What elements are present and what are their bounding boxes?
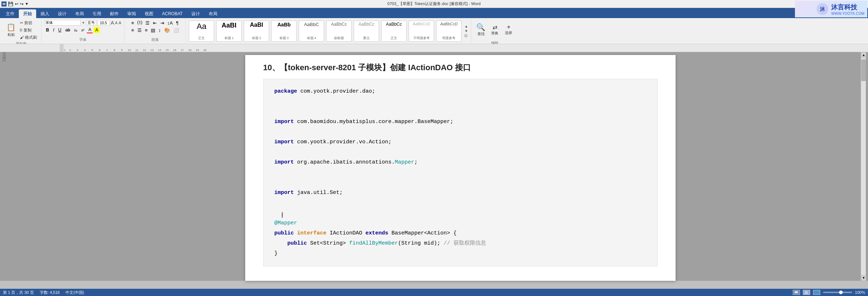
page-view-button[interactable]: ▤ xyxy=(803,290,810,295)
find-button[interactable]: 🔍 查找 xyxy=(474,20,488,40)
zoom-thumb[interactable] xyxy=(839,291,843,294)
zoom-level[interactable]: 100% xyxy=(855,290,865,295)
style-ref2[interactable]: AaBbCcD 明显参考 xyxy=(436,21,461,42)
quick-undo-icon[interactable]: ↩ xyxy=(15,1,18,7)
show-marks-button[interactable]: ¶ xyxy=(175,20,180,26)
scrollbar-thumb[interactable] xyxy=(861,59,866,81)
format-painter-button[interactable]: 🖌 格式刷 xyxy=(18,34,38,41)
bold-button[interactable]: B xyxy=(44,27,51,33)
style-h2[interactable]: AaBI 标题 2 xyxy=(244,21,269,42)
style-normal[interactable]: Aa 正文 xyxy=(189,21,214,42)
language[interactable]: 中文(中国) xyxy=(65,290,84,295)
styles-prev-button[interactable]: ▲ xyxy=(464,24,468,28)
decrease-font-button[interactable]: A xyxy=(115,21,118,25)
increase-indent-button[interactable]: ⇥ xyxy=(159,20,165,26)
line-spacing-button[interactable]: ↕ xyxy=(157,27,162,33)
select-button[interactable]: ⌖ 选择 xyxy=(502,20,515,40)
font-color-button[interactable]: A xyxy=(87,27,93,33)
keyword-interface: interface xyxy=(297,230,327,236)
subscript-button[interactable]: x₂ xyxy=(73,28,79,33)
scroll-up-arrow[interactable]: ▲ xyxy=(861,52,866,58)
tab-mail[interactable]: 邮件 xyxy=(106,9,123,18)
align-center-button[interactable]: ☰ xyxy=(136,27,143,33)
font-size-num-input[interactable] xyxy=(97,20,110,26)
underline-button[interactable]: U xyxy=(57,27,63,33)
style-body[interactable]: AaBbCc 正文 xyxy=(381,21,407,42)
tab-review[interactable]: 审阅 xyxy=(123,9,140,18)
tab-design[interactable]: 设计 xyxy=(54,9,71,18)
style-h1[interactable]: AaBI 标题 1 xyxy=(216,21,242,42)
zoom-slider[interactable] xyxy=(823,292,852,293)
brand-name: 沐言科技 xyxy=(831,3,864,12)
logo-text-area: 沐言科技 WWW.YOOTK.COM xyxy=(831,3,864,16)
tab-home[interactable]: 开始 xyxy=(19,9,36,18)
bullet-list-button[interactable]: ≡ xyxy=(130,20,135,26)
style-h4[interactable]: AaBbC 标题 4 xyxy=(299,21,324,42)
style-ref1[interactable]: AaBbCcD 不明显参考 xyxy=(409,21,434,42)
document-heading: 10、【token-server-8201 子模块】创建 IActionDAO … xyxy=(263,62,658,73)
tab-design2[interactable]: 设计 xyxy=(187,9,204,18)
tab-view[interactable]: 视图 xyxy=(140,9,158,18)
superscript-button[interactable]: x² xyxy=(80,28,86,33)
style-subtle[interactable]: AaBbCc 要点 xyxy=(354,21,379,42)
decrease-indent-button[interactable]: ⇤ xyxy=(152,20,158,26)
highlight-button[interactable]: A xyxy=(94,27,99,33)
style-normal-preview: Aa xyxy=(197,22,207,31)
web-view-button[interactable]: 🌐 xyxy=(813,290,820,295)
align-left-button[interactable]: ≡ xyxy=(130,27,135,33)
replace-button[interactable]: ⇄ 替换 xyxy=(488,20,501,40)
page-info[interactable]: 第 1 页，共 30 页 xyxy=(3,290,34,295)
shading-button[interactable]: 🎨 xyxy=(163,27,171,33)
word-count[interactable]: 字数: 4,516 xyxy=(40,290,60,295)
cut-icon: ✂ xyxy=(20,21,23,25)
tab-layout[interactable]: 布局 xyxy=(71,9,88,18)
code-line-15: public interface IActionDAO extends Base… xyxy=(275,228,646,238)
quick-save-icon[interactable]: 💾 xyxy=(8,1,13,7)
border-button[interactable]: ⬜ xyxy=(172,27,180,33)
format-painter-label: 格式刷 xyxy=(25,35,37,40)
quick-customize-icon[interactable]: ▼ xyxy=(25,2,29,6)
font-name-input[interactable] xyxy=(44,20,81,26)
styles-more-button[interactable]: ⊡ xyxy=(464,34,468,38)
scrollbar-track: ▲ ▼ xyxy=(861,52,866,281)
status-right: 📖 ▤ 🌐 100% xyxy=(793,290,865,295)
styles-next-button[interactable]: ▼ xyxy=(464,29,468,33)
code-line-1: package com.yootk.provider.dao; xyxy=(275,86,646,97)
align-right-button[interactable]: ≡ xyxy=(144,27,149,33)
text-cursor xyxy=(282,212,283,218)
style-subtitle-preview: AaBbCc xyxy=(331,22,347,27)
increase-font-button[interactable]: A xyxy=(111,20,114,26)
tab-references[interactable]: 引用 xyxy=(88,9,106,18)
style-h2-label: 标题 2 xyxy=(252,36,261,41)
mapper-class-ref: Mapper xyxy=(395,159,414,165)
ruler: 1 2 3 4 5 6 7 8 9 10 11 12 13 14 15 16 1… xyxy=(0,44,868,52)
cut-button[interactable]: ✂ 剪切 xyxy=(18,20,38,26)
tab-acrobat[interactable]: ACROBAT xyxy=(158,9,187,18)
sort-button[interactable]: ↕A xyxy=(166,20,174,26)
style-h3[interactable]: AaBb 标题 3 xyxy=(271,21,297,42)
keyword-import-3: import xyxy=(275,159,294,165)
justify-button[interactable]: ▤ xyxy=(150,27,156,33)
quick-redo-icon[interactable]: ↪ xyxy=(20,1,24,7)
italic-button[interactable]: I xyxy=(52,27,56,33)
font-size-input[interactable] xyxy=(86,20,96,26)
ruler-content: 1 2 3 4 5 6 7 8 9 10 11 12 13 14 15 16 1… xyxy=(60,44,868,52)
paragraph-group-label: 段落 xyxy=(152,37,159,42)
font-size-dropdown-arrow[interactable]: ▼ xyxy=(82,21,85,25)
copy-button[interactable]: ⎘ 复制 xyxy=(18,27,38,33)
strikethrough-button[interactable]: ab xyxy=(64,27,72,33)
scroll-down-arrow[interactable]: ▼ xyxy=(861,275,866,281)
tab-layout2[interactable]: 布局 xyxy=(204,9,222,18)
tab-insert[interactable]: 插入 xyxy=(36,9,54,18)
number-list-button[interactable]: ⑴ xyxy=(136,19,143,26)
keyword-public-1: public xyxy=(275,230,294,236)
read-view-button[interactable]: 📖 xyxy=(793,290,800,295)
multilevel-list-button[interactable]: ☰ xyxy=(144,20,151,26)
clear-format-button[interactable]: A xyxy=(119,21,121,25)
paste-button[interactable]: 📋 粘贴 xyxy=(4,20,18,40)
tab-file[interactable]: 文件 xyxy=(1,9,19,18)
style-subtitle[interactable]: AaBbCc 副标题 xyxy=(326,21,352,42)
code-line-6: import com.yootk.provider.vo.Action; xyxy=(275,137,646,147)
keyword-import-2: import xyxy=(275,139,294,145)
copy-label: 复制 xyxy=(24,28,31,33)
